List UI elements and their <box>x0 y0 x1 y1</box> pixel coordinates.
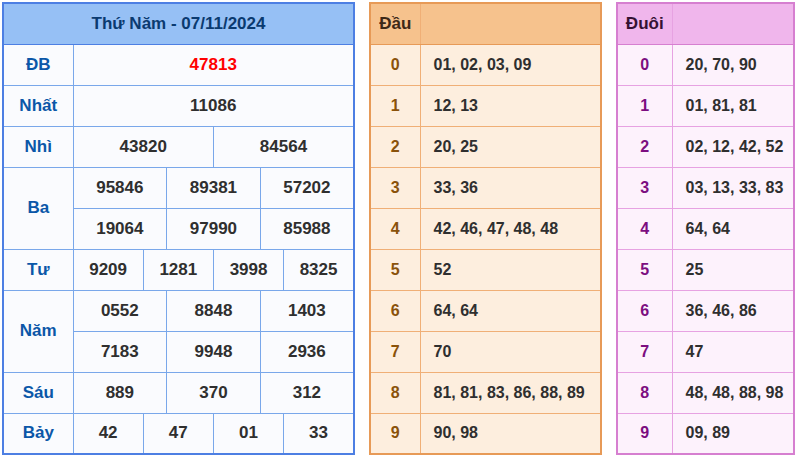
numbers-cell: 25 <box>672 249 794 290</box>
prize-value: 8325 <box>284 249 354 290</box>
digit-cell: 2 <box>617 126 672 167</box>
prize-value: 33 <box>284 413 354 454</box>
prize-value: 9209 <box>73 249 143 290</box>
digit-cell: 2 <box>370 126 420 167</box>
digit-cell: 3 <box>617 167 672 208</box>
duoi-header: Đuôi <box>617 3 672 44</box>
digit-cell: 8 <box>370 372 420 413</box>
numbers-cell: 90, 98 <box>420 413 601 454</box>
digit-cell: 8 <box>617 372 672 413</box>
prize-label-bay: Bảy <box>3 413 73 454</box>
prize-label-nhi: Nhì <box>3 126 73 167</box>
digit-cell: 4 <box>617 208 672 249</box>
dau-row: 8 81, 81, 83, 86, 88, 89 <box>370 372 601 413</box>
digit-cell: 5 <box>617 249 672 290</box>
digit-cell: 0 <box>370 44 420 85</box>
table-row: Nhì 43820 84564 <box>3 126 354 167</box>
table-row: Nhất 11086 <box>3 85 354 126</box>
duoi-row: 6 36, 46, 86 <box>617 290 794 331</box>
prize-value: 1281 <box>143 249 213 290</box>
prize-value: 95846 <box>73 167 167 208</box>
duoi-row: 3 03, 13, 33, 83 <box>617 167 794 208</box>
dau-row: 1 12, 13 <box>370 85 601 126</box>
dau-row: 2 20, 25 <box>370 126 601 167</box>
numbers-cell: 64, 64 <box>420 290 601 331</box>
digit-cell: 1 <box>370 85 420 126</box>
table-row: Sáu 889 370 312 <box>3 372 354 413</box>
prize-value: 370 <box>167 372 261 413</box>
prize-label-nhat: Nhất <box>3 85 73 126</box>
numbers-cell: 12, 13 <box>420 85 601 126</box>
duoi-row: 9 09, 89 <box>617 413 794 454</box>
dau-header-row: Đầu <box>370 3 601 44</box>
dau-header: Đầu <box>370 3 420 44</box>
table-row: Tư 9209 1281 3998 8325 <box>3 249 354 290</box>
duoi-row: 1 01, 81, 81 <box>617 85 794 126</box>
numbers-cell: 52 <box>420 249 601 290</box>
prize-label-nam: Năm <box>3 290 73 372</box>
digit-cell: 5 <box>370 249 420 290</box>
table-row: ĐB 47813 <box>3 44 354 85</box>
prize-value: 89381 <box>167 167 261 208</box>
prize-label-sau: Sáu <box>3 372 73 413</box>
numbers-cell: 01, 81, 81 <box>672 85 794 126</box>
prize-value: 85988 <box>260 208 354 249</box>
prize-value: 57202 <box>260 167 354 208</box>
numbers-cell: 02, 12, 42, 52 <box>672 126 794 167</box>
numbers-cell: 36, 46, 86 <box>672 290 794 331</box>
digit-cell: 0 <box>617 44 672 85</box>
duoi-table: Đuôi 0 20, 70, 90 1 01, 81, 81 2 02, 12,… <box>616 2 795 455</box>
digit-cell: 7 <box>617 331 672 372</box>
digit-cell: 1 <box>617 85 672 126</box>
lottery-results-panel: Thứ Năm - 07/11/2024 ĐB 47813 Nhất 11086… <box>0 0 797 457</box>
prize-value: 11086 <box>73 85 354 126</box>
prize-value: 1403 <box>260 290 354 331</box>
prize-value: 9948 <box>167 331 261 372</box>
numbers-cell: 48, 48, 88, 98 <box>672 372 794 413</box>
prize-value: 7183 <box>73 331 167 372</box>
dau-row: 6 64, 64 <box>370 290 601 331</box>
numbers-cell: 03, 13, 33, 83 <box>672 167 794 208</box>
prize-value: 0552 <box>73 290 167 331</box>
dau-row: 7 70 <box>370 331 601 372</box>
prize-value: 84564 <box>213 126 354 167</box>
results-title: Thứ Năm - 07/11/2024 <box>3 3 354 44</box>
duoi-row: 0 20, 70, 90 <box>617 44 794 85</box>
prize-value: 97990 <box>167 208 261 249</box>
digit-cell: 6 <box>370 290 420 331</box>
prize-value: 01 <box>213 413 283 454</box>
duoi-header-spacer <box>672 3 794 44</box>
prize-value: 3998 <box>213 249 283 290</box>
numbers-cell: 01, 02, 03, 09 <box>420 44 601 85</box>
table-row: Bảy 42 47 01 33 <box>3 413 354 454</box>
prize-value: 47 <box>143 413 213 454</box>
prize-value: 19064 <box>73 208 167 249</box>
duoi-row: 7 47 <box>617 331 794 372</box>
numbers-cell: 20, 70, 90 <box>672 44 794 85</box>
numbers-cell: 70 <box>420 331 601 372</box>
prize-value: 2936 <box>260 331 354 372</box>
digit-cell: 9 <box>617 413 672 454</box>
digit-cell: 7 <box>370 331 420 372</box>
digit-cell: 3 <box>370 167 420 208</box>
prize-value: 889 <box>73 372 167 413</box>
dau-table: Đầu 0 01, 02, 03, 09 1 12, 13 2 20, 25 3… <box>369 2 602 455</box>
digit-cell: 6 <box>617 290 672 331</box>
table-row: Ba 95846 89381 57202 <box>3 167 354 208</box>
duoi-header-row: Đuôi <box>617 3 794 44</box>
duoi-row: 8 48, 48, 88, 98 <box>617 372 794 413</box>
duoi-row: 2 02, 12, 42, 52 <box>617 126 794 167</box>
prize-value: 312 <box>260 372 354 413</box>
digit-cell: 9 <box>370 413 420 454</box>
numbers-cell: 64, 64 <box>672 208 794 249</box>
numbers-cell: 42, 46, 47, 48, 48 <box>420 208 601 249</box>
prize-value: 8848 <box>167 290 261 331</box>
prize-label-ba: Ba <box>3 167 73 249</box>
numbers-cell: 81, 81, 83, 86, 88, 89 <box>420 372 601 413</box>
numbers-cell: 33, 36 <box>420 167 601 208</box>
dau-row: 9 90, 98 <box>370 413 601 454</box>
duoi-row: 4 64, 64 <box>617 208 794 249</box>
special-prize-value: 47813 <box>73 44 354 85</box>
results-table: Thứ Năm - 07/11/2024 ĐB 47813 Nhất 11086… <box>2 2 355 455</box>
numbers-cell: 09, 89 <box>672 413 794 454</box>
